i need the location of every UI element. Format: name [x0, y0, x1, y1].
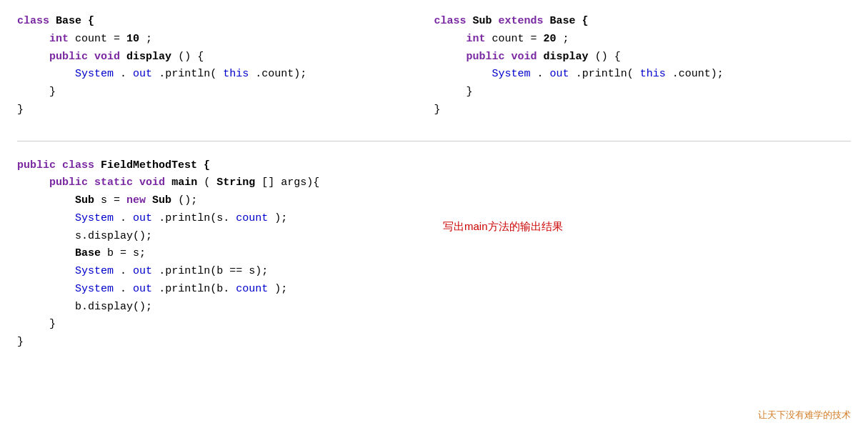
keyword-public-sub: public	[467, 51, 505, 63]
indent2	[434, 68, 486, 80]
code-text: s =	[101, 194, 126, 206]
s-count: count	[236, 212, 268, 224]
indent	[17, 86, 43, 98]
code-text: .println(	[159, 68, 216, 80]
code-line: b.display();	[17, 299, 851, 317]
code-text: b.display();	[75, 301, 152, 313]
keyword-class: class	[17, 15, 49, 27]
out-keyword: out	[133, 68, 152, 80]
right-class-block: class Sub extends Base { int count = 20 …	[434, 13, 852, 119]
watermark-text: 让天下没有难学的技术	[758, 408, 851, 423]
code-line: Sub s = new Sub ();	[17, 192, 851, 210]
keyword-class-main: class	[62, 159, 94, 171]
new-sub: Sub	[152, 194, 171, 206]
system-keyword: System	[75, 68, 114, 80]
bottom-code-section: public class FieldMethodTest { public st…	[17, 157, 851, 352]
code-text: ;	[563, 33, 569, 45]
keyword-int: int	[49, 33, 69, 45]
code-text: .println(s.	[159, 212, 229, 224]
code-text: }	[17, 104, 24, 116]
code-text: }	[49, 86, 56, 98]
code-line: s.display();	[17, 228, 851, 246]
keyword-public2: public	[49, 176, 88, 189]
class-base-ref: Base {	[550, 15, 589, 27]
code-line: public void display () {	[17, 49, 434, 66]
code-text: count =	[75, 33, 126, 45]
divider	[17, 141, 851, 141]
indent2	[17, 301, 69, 313]
keyword-new: new	[126, 194, 146, 206]
code-text: b = s;	[107, 247, 146, 259]
code-line: }	[17, 84, 434, 101]
indent	[17, 176, 43, 189]
code-line: class Base {	[17, 13, 434, 31]
code-line: public void display () {	[434, 49, 852, 66]
code-line: class Sub extends Base {	[434, 13, 852, 31]
out2: out	[133, 265, 152, 277]
code-line: public class FieldMethodTest {	[17, 157, 851, 175]
code-text: (	[204, 176, 210, 189]
code-text: ;	[146, 33, 152, 45]
dot: .	[120, 68, 126, 80]
indent	[434, 86, 460, 98]
code-line: Base b = s;	[17, 245, 851, 263]
top-code-section: class Base { int count = 10 ; public voi…	[17, 13, 851, 119]
code-line: }	[17, 334, 851, 352]
annotation-text: 写出main方法的输出结果	[443, 218, 563, 235]
indent	[17, 33, 43, 45]
code-line: System . out .println( this .count);	[434, 66, 852, 84]
indent	[434, 51, 460, 63]
dot: .	[120, 283, 126, 295]
system-keyword-sub: System	[492, 68, 531, 80]
code-line: System . out .println( this .count);	[17, 66, 434, 84]
dot: .	[120, 265, 126, 277]
indent2	[17, 283, 69, 295]
keyword-public: public	[49, 51, 88, 63]
code-text: .println(b == s);	[159, 265, 268, 277]
code-text: }	[467, 86, 473, 98]
indent	[17, 318, 43, 330]
main-container: class Base { int count = 10 ; public voi…	[0, 0, 868, 433]
indent2	[17, 194, 69, 206]
code-text: }	[17, 336, 24, 348]
indent2	[17, 212, 69, 224]
code-text: ();	[178, 194, 197, 206]
keyword-void-sub: void	[512, 51, 537, 63]
code-line: System . out .println(s. count );	[17, 210, 851, 228]
indent2	[17, 247, 69, 259]
keyword-void2: void	[139, 176, 165, 189]
keyword-class-sub: class	[434, 15, 467, 27]
code-text: () {	[178, 51, 204, 63]
code-text: .println(b.	[159, 283, 229, 295]
b-count: count	[236, 283, 268, 295]
this-keyword: this	[223, 68, 249, 80]
code-text: () {	[595, 51, 621, 63]
method-display: display	[126, 51, 171, 63]
out3: out	[133, 283, 152, 295]
system1: System	[75, 212, 114, 224]
class-fieldmethodtest: FieldMethodTest {	[101, 159, 210, 171]
out1: out	[133, 212, 152, 224]
left-class-block: class Base { int count = 10 ; public voi…	[17, 13, 434, 119]
code-line: }	[17, 101, 434, 119]
code-text: .count);	[672, 68, 724, 80]
system2: System	[75, 265, 114, 277]
type-string: String	[216, 176, 255, 189]
code-text: }	[434, 104, 441, 116]
indent2	[17, 68, 69, 80]
out-keyword-sub: out	[550, 68, 569, 80]
dot: .	[537, 68, 544, 80]
code-line: int count = 10 ;	[17, 31, 434, 49]
code-text: }	[49, 318, 56, 330]
indent	[17, 51, 43, 63]
this-keyword-sub: this	[640, 68, 666, 80]
code-line: int count = 20 ;	[434, 31, 852, 49]
class-base-name: Base {	[56, 15, 94, 27]
system3: System	[75, 283, 114, 295]
number-20: 20	[544, 33, 557, 45]
code-text: count =	[492, 33, 544, 45]
keyword-static: static	[94, 176, 133, 189]
code-line: System . out .println(b == s);	[17, 263, 851, 281]
main-class-block: public class FieldMethodTest { public st…	[17, 157, 851, 352]
number-10: 10	[126, 33, 139, 45]
